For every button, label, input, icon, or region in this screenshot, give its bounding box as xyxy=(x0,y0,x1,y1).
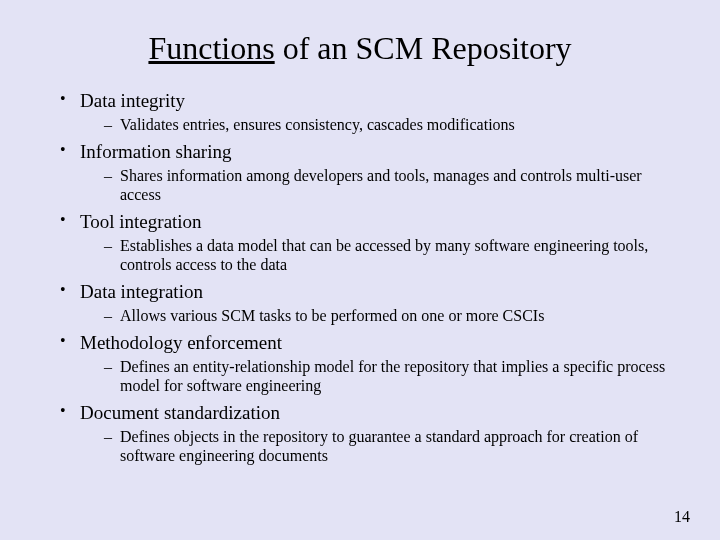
slide: Functions of an SCM Repository Data inte… xyxy=(0,0,720,540)
sub-list: Defines objects in the repository to gua… xyxy=(80,427,680,465)
item-heading: Data integration xyxy=(80,281,203,302)
sub-item: Establishes a data model that can be acc… xyxy=(104,236,670,274)
sub-list: Defines an entity-relationship model for… xyxy=(80,357,680,395)
list-item: Data integrity Validates entries, ensure… xyxy=(60,89,680,134)
slide-title: Functions of an SCM Repository xyxy=(40,30,680,67)
title-underlined: Functions xyxy=(148,30,274,66)
list-item: Methodology enforcement Defines an entit… xyxy=(60,331,680,395)
bullet-list: Data integrity Validates entries, ensure… xyxy=(40,89,680,465)
sub-item: Defines an entity-relationship model for… xyxy=(104,357,670,395)
sub-item: Defines objects in the repository to gua… xyxy=(104,427,670,465)
list-item: Document standardization Defines objects… xyxy=(60,401,680,465)
sub-item: Shares information among developers and … xyxy=(104,166,670,204)
sub-item: Allows various SCM tasks to be performed… xyxy=(104,306,670,325)
title-rest: of an SCM Repository xyxy=(275,30,572,66)
sub-list: Shares information among developers and … xyxy=(80,166,680,204)
sub-item: Validates entries, ensures consistency, … xyxy=(104,115,670,134)
item-heading: Tool integration xyxy=(80,211,202,232)
item-heading: Methodology enforcement xyxy=(80,332,282,353)
page-number: 14 xyxy=(674,508,690,526)
list-item: Information sharing Shares information a… xyxy=(60,140,680,204)
sub-list: Establishes a data model that can be acc… xyxy=(80,236,680,274)
item-heading: Information sharing xyxy=(80,141,231,162)
sub-list: Validates entries, ensures consistency, … xyxy=(80,115,680,134)
item-heading: Document standardization xyxy=(80,402,280,423)
item-heading: Data integrity xyxy=(80,90,185,111)
list-item: Data integration Allows various SCM task… xyxy=(60,280,680,325)
sub-list: Allows various SCM tasks to be performed… xyxy=(80,306,680,325)
list-item: Tool integration Establishes a data mode… xyxy=(60,210,680,274)
